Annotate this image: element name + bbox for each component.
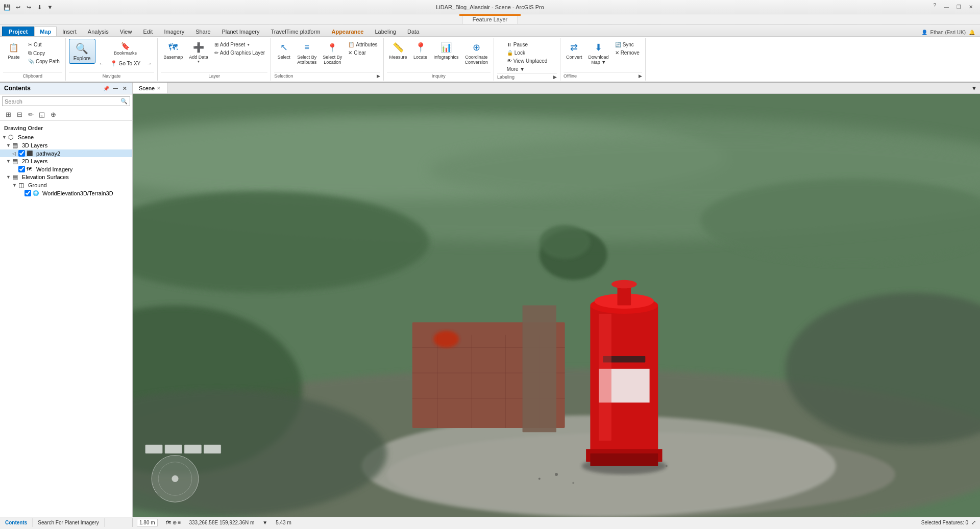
scene-tab[interactable]: Scene ✕ [133,83,167,93]
sidebar-pin[interactable]: 📌 [103,85,110,92]
scene-svg [133,94,980,517]
tree-elevation-surfaces[interactable]: ▼ ▤ Elevation Surfaces [0,173,132,181]
layer-tool-5[interactable]: ⊕ [48,109,58,119]
select-by-attributes-button[interactable]: ≡ Select ByAttributes [295,39,319,66]
tab-edit[interactable]: Edit [137,27,158,36]
copy-path-button[interactable]: 📎 Copy Path [26,58,62,65]
search-box[interactable]: 🔍 [2,96,130,106]
scene-tab-close[interactable]: ✕ [157,86,161,91]
measure-button[interactable]: 📏 Measure [387,39,410,61]
selection-expand[interactable]: ▶ [377,73,380,79]
tree-world-elevation[interactable]: 🌐 WorldElevation3D/Terrain3D [0,189,132,197]
sidebar-header-controls[interactable]: 📌 — ✕ [103,85,128,92]
select-by-loc-icon: 📍 [325,40,339,55]
infographics-button[interactable]: 📊 Infographics [431,39,461,61]
explore-button[interactable]: 🔍 Explore [69,39,95,64]
copy-button[interactable]: ⧉ Copy [26,49,62,57]
tree-3d-layers[interactable]: ▼ ▤ 3D Layers [0,141,132,149]
forward-button[interactable]: → [144,59,154,68]
scene-icon: ⬡ [8,134,16,141]
qa-dropdown[interactable]: ▼ [45,3,55,12]
layer-buttons: 🗺 Basemap ➕ Add Data ▼ ⊞ Add Preset ▼ ✏ … [161,39,267,72]
select-by-location-button[interactable]: 📍 Select ByLocation [320,39,345,66]
tab-analysis[interactable]: Analysis [82,27,114,36]
qa-save[interactable]: 💾 [3,3,12,12]
tab-share[interactable]: Share [190,27,216,36]
attributes-button[interactable]: 📋 Attributes [346,41,380,48]
coord-dropdown[interactable]: ▼ [262,520,267,525]
contents-tree: Drawing Order ▼ ⬡ Scene ▼ ▤ 3D Layers ◁ … [0,121,132,517]
layer-tool-4[interactable]: ◱ [37,109,47,119]
tab-planet-imagery[interactable]: Planet Imagery [216,27,265,36]
tab-insert[interactable]: Insert [57,27,82,36]
expand-icon[interactable]: ⤢ [971,519,976,526]
help-btn[interactable]: ? [933,3,936,12]
locate-button[interactable]: 📍 Locate [411,39,430,61]
world-elev-checkbox[interactable] [24,190,31,196]
qa-undo[interactable]: ↩ [13,3,22,12]
bookmarks-button[interactable]: 🔖 Bookmarks [96,40,155,57]
contents-tab[interactable]: Contents [0,518,33,527]
add-preset-button[interactable]: ⊞ Add Preset ▼ [212,41,267,48]
download-map-button[interactable]: ⬇ DownloadMap ▼ [586,39,611,66]
paste-button[interactable]: 📋 Paste [3,39,24,61]
tree-2d-layers[interactable]: ▼ ▤ 2D Layers [0,157,132,165]
labeling-expand[interactable]: ▶ [553,74,557,80]
tree-world-imagery[interactable]: 🗺 World Imagery [0,165,132,173]
pause-button[interactable]: ⏸ Pause [504,41,550,48]
map-icons[interactable]: 🗺 ⊕ ≡ [166,520,181,525]
tree-ground[interactable]: ▼ ◫ Ground [0,181,132,189]
minimize-btn[interactable]: — [941,3,951,12]
layer-tool-3[interactable]: ✏ [26,109,36,119]
tree-pathway2[interactable]: ◁ ⬛ pathway2 [0,149,132,157]
add-graphics-layer-button[interactable]: ✏ Add Graphics Layer [212,49,267,57]
scale-selector[interactable]: 1.80 m [137,519,158,526]
ground-icon: ◫ [18,182,27,189]
layer-tool-1[interactable]: ⊞ [3,109,13,119]
close-btn[interactable]: ✕ [966,3,976,12]
select-button[interactable]: ↖ Select [274,39,293,61]
offline-expand[interactable]: ▶ [639,73,642,79]
tab-data[interactable]: Data [402,27,425,36]
cut-button[interactable]: ✂ Cut [26,41,62,48]
window-controls[interactable]: ? — ❐ ✕ [933,3,976,12]
map-icon-1[interactable]: 🗺 [166,520,171,525]
tab-project[interactable]: Project [2,27,34,36]
tree-scene[interactable]: ▼ ⬡ Scene [0,133,132,141]
tab-labeling[interactable]: Labeling [369,27,402,36]
coordinate-conversion-button[interactable]: ⊕ CoordinateConversion [462,39,491,66]
quick-access-toolbar[interactable]: 💾 ↩ ↪ ⬇ ▼ [3,3,55,12]
qa-down[interactable]: ⬇ [35,3,44,12]
search-planet-tab[interactable]: Search For Planet Imagery [33,518,105,527]
clear-button[interactable]: ✕ Clear [346,49,380,57]
view-unplaced-button[interactable]: 👁 View Unplaced [504,57,550,65]
sidebar-min[interactable]: — [112,85,119,92]
basemap-button[interactable]: 🗺 Basemap [161,39,185,61]
search-icon[interactable]: 🔍 [118,97,130,106]
convert-button[interactable]: ⇄ Convert [564,39,585,61]
world-imagery-checkbox[interactable] [18,166,25,172]
layer-tool-2[interactable]: ⊟ [14,109,24,119]
map-icon-2[interactable]: ⊕ [173,520,177,525]
tab-traveltime[interactable]: TravelTime platform [265,27,326,36]
tab-imagery[interactable]: Imagery [158,27,190,36]
tab-view[interactable]: View [114,27,138,36]
restore-btn[interactable]: ❐ [953,3,964,12]
add-data-dropdown[interactable]: ▼ [197,60,201,63]
sidebar-close[interactable]: ✕ [121,85,128,92]
more-button[interactable]: More ▼ [504,65,550,73]
go-to-xy-button[interactable]: 📍 Go To XY [108,59,143,68]
map-icon-3[interactable]: ≡ [178,520,181,525]
qa-redo[interactable]: ↪ [24,3,33,12]
tab-map[interactable]: Map [34,27,57,36]
back-button[interactable]: ← [96,59,107,68]
map-options[interactable]: ▼ [968,85,980,91]
pathway2-checkbox[interactable] [18,150,25,157]
tab-appearance[interactable]: Appearance [326,27,369,36]
lock-button[interactable]: 🔒 Lock [504,49,550,57]
scene-label: Scene [18,134,34,140]
add-data-button[interactable]: ➕ Add Data ▼ [186,39,211,65]
search-input[interactable] [3,97,118,106]
scene-canvas[interactable] [133,94,980,517]
bell-icon[interactable]: 🔔 [969,30,975,35]
